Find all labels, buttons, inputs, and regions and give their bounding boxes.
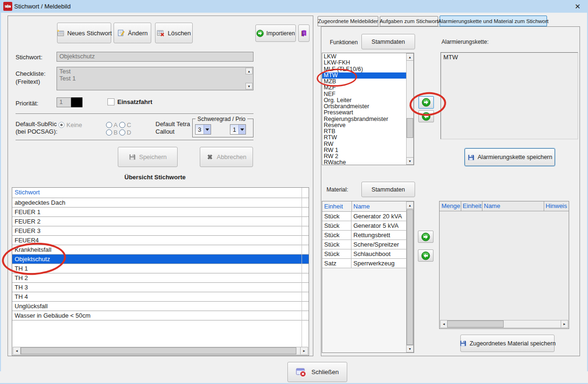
checkliste-textarea[interactable]: Test Test 1 [57,67,253,90]
list-item[interactable]: MZB [322,79,406,85]
scroll-right-icon[interactable]: ► [300,347,308,355]
scroll-right-icon[interactable]: ► [561,320,568,328]
table-row[interactable]: TH 2 [12,273,309,283]
name-header[interactable]: Name [353,203,370,210]
table-row[interactable]: SatzSperrwerkzeug [322,259,406,268]
scroll-left-icon[interactable]: ◄ [440,320,448,328]
menge-header[interactable]: Menge [441,202,460,209]
prioritaet-label: Priorität: [16,100,38,107]
aendern-button[interactable]: Ändern [114,23,151,43]
einsatzfahrt-checkbox[interactable] [107,98,114,105]
close-icon[interactable]: ✕ [573,2,582,11]
material-vscroll-thumb[interactable] [407,209,413,345]
table-row[interactable]: FEUER 3 [12,226,309,236]
schweregrad-select[interactable]: 3 [195,124,211,135]
list-item[interactable]: MTW [442,54,578,61]
hinweis-header[interactable]: Hinweis [546,202,567,209]
list-item[interactable]: RW 2 [322,153,406,160]
scroll-up-icon[interactable]: ▲ [406,201,414,209]
table-row[interactable]: Unglücksfall [12,302,309,311]
list-item[interactable]: Pressewart [322,110,406,116]
list-item[interactable]: Org. Leiter [322,97,406,104]
importieren-button[interactable]: Importieren [255,24,296,42]
table-row[interactable]: StückSchlauchboot [322,249,406,259]
list-item[interactable]: LKW [322,54,406,60]
table-row[interactable]: abgedecktes Dach [12,198,309,208]
remove-from-alarmkette-button[interactable] [418,110,434,122]
table-row[interactable]: StückGenerator 5 kVA [322,221,406,231]
table-row[interactable]: StückRettungsbrett [322,231,406,240]
list-item[interactable]: RW [322,141,406,147]
prio-value: 1 [233,126,236,133]
scroll-up-icon[interactable]: ▲ [406,53,414,61]
prioritaet-color-box[interactable] [71,97,82,107]
speichern-button[interactable]: Speichern [118,147,178,167]
schliessen-button[interactable]: Schließen [287,362,347,382]
import-arrow-icon [256,30,264,37]
checkliste-scroll-down[interactable]: ▼ [245,83,253,89]
name-header[interactable]: Name [484,202,500,209]
stichwort-input[interactable]: Objektschutz [57,52,253,62]
tab-aufgaben-zum-stichwort[interactable]: Aufgaben zum Stichwort [380,16,438,26]
table-row[interactable]: StückSchere/Spreitzer [322,240,406,249]
radio-d[interactable] [119,129,125,136]
list-item[interactable]: Ortsbrandmeister [322,104,406,110]
chevron-down-icon[interactable] [238,125,245,134]
list-item[interactable]: NEF [322,91,406,97]
add-material-button[interactable] [418,231,433,243]
freitext-label: (Freitext) [16,78,40,85]
table-row[interactable]: TH 1 [12,264,309,273]
table-row[interactable]: FEUER4 [12,236,309,245]
cell-name: Sperrwerkzeug [351,259,406,268]
loeschen-button[interactable]: Löschen [155,23,193,43]
add-to-alarmkette-button[interactable] [418,96,434,109]
stammdaten-material-button[interactable]: Stammdaten [361,182,415,197]
tab-alarmierungskette-material[interactable]: Alarmierungskette und Material zum Stich… [440,16,547,26]
radio-keine[interactable] [58,122,65,128]
prioritaet-input[interactable]: 1 [57,97,71,107]
edit-icon [117,29,125,37]
stichwort-hscroll-thumb[interactable] [21,347,296,354]
radio-b[interactable] [106,129,112,136]
scroll-left-icon[interactable]: ◄ [13,347,21,355]
table-row[interactable]: TH 4 [12,292,309,302]
list-item[interactable]: Reserve [322,122,406,128]
help-book-button[interactable] [298,24,310,42]
abbrechen-button[interactable]: Abbrechen [200,147,253,167]
alarmierungskette-speichern-button[interactable]: Alarmierungskette speichern [465,148,555,166]
chevron-down-icon[interactable] [204,125,211,134]
table-row[interactable]: FEUER 2 [12,217,309,226]
scroll-down-icon[interactable]: ▼ [406,345,414,352]
einheit-header[interactable]: Einheit [463,202,482,209]
funktionen-vscroll-thumb[interactable] [407,118,413,138]
new-stichwort-button[interactable]: Neues Stichwort [57,23,111,43]
radio-c[interactable] [119,122,125,128]
checkliste-scroll-up[interactable]: ▲ [245,68,253,74]
funktionen-vscrollbar[interactable] [406,53,414,165]
remove-material-button[interactable] [418,249,433,262]
table-row[interactable]: FEUER 1 [12,208,309,217]
list-item[interactable]: RW 1 [322,147,406,153]
list-item[interactable]: Regierungsbrandmeister [322,116,406,122]
list-item[interactable]: RTB [322,128,406,135]
assigned-hscroll-thumb[interactable] [447,320,504,328]
list-item[interactable]: MZF [322,85,406,91]
table-row[interactable]: StückGenerator 20 kVA [322,212,406,221]
table-row[interactable]: Krankheitsfall [12,245,309,255]
list-item[interactable]: MTW [322,72,406,79]
table-row[interactable]: Objektschutz [12,255,309,264]
material-speichern-button[interactable]: Zugeordnetes Material speichern [460,335,555,352]
table-row[interactable]: TH 3 [12,283,309,292]
stichwort-column-header[interactable]: Stichwort [12,188,309,198]
scroll-down-icon[interactable]: ▼ [406,157,414,165]
prio-select[interactable]: 1 [230,124,246,135]
radio-a[interactable] [106,122,112,128]
table-row[interactable]: Wasser in Gebäude < 50cm [12,311,309,320]
list-item[interactable]: MLF (TLF10/6) [322,66,406,72]
list-item[interactable]: RTW [322,135,406,141]
stammdaten-funktionen-button[interactable]: Stammdaten [361,34,415,49]
einheit-header[interactable]: Einheit [324,203,343,210]
list-item[interactable]: LKW-FKH [322,60,406,66]
tab-zugeordnete-meldebilder[interactable]: Zugeordnete Meldebilder [318,16,378,26]
list-item[interactable]: RWache [322,160,406,165]
